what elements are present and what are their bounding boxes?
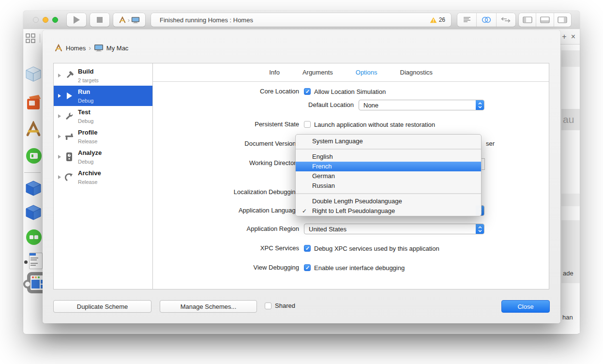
status-text: Finished running Homes : Homes xyxy=(151,16,430,24)
menu-item-german[interactable]: German xyxy=(296,171,481,181)
inspector-toggle-button[interactable] xyxy=(554,13,571,27)
editor-mode-buttons xyxy=(457,13,515,27)
background-fragment: au xyxy=(561,109,580,130)
tab-info[interactable]: Info xyxy=(269,69,280,76)
sidebar-item-subtitle: Release xyxy=(78,138,97,144)
xcode-window: › Finished running Homes : Homes 26 xyxy=(23,11,580,334)
disclosure-triangle-icon[interactable] xyxy=(58,114,61,118)
sidebar-item-profile[interactable]: Profile Release xyxy=(54,126,152,147)
xcode-app-icon xyxy=(119,16,126,24)
disclosure-triangle-icon[interactable] xyxy=(58,94,61,98)
allow-location-simulation-row: Allow Location Simulation xyxy=(304,88,386,95)
add-tab-button[interactable]: + xyxy=(562,32,566,41)
activity-status-bar: Finished running Homes : Homes 26 xyxy=(151,13,451,27)
enable-ui-debugging-checkbox[interactable] xyxy=(304,264,311,271)
standard-editor-button[interactable] xyxy=(457,13,477,27)
popup-value: None xyxy=(359,102,476,109)
scheme-editor-sheet: Homes › My Mac Build 2 targets xyxy=(43,30,560,323)
close-button[interactable]: Close xyxy=(501,300,550,313)
checkmark-icon: ✓ xyxy=(302,206,307,216)
sidebar-item-analyze[interactable]: Analyze Debug xyxy=(54,147,152,167)
inspector-panel-icon xyxy=(558,16,567,23)
stop-button[interactable] xyxy=(90,13,109,27)
mac-destination-icon xyxy=(131,16,140,24)
xpc-services-row: Debug XPC services used by this applicat… xyxy=(304,244,439,252)
mini-menu-icon xyxy=(29,253,43,269)
menu-item-double-length[interactable]: Double Length Pseudolanguage xyxy=(296,197,481,206)
sidebar-item-build[interactable]: Build 2 targets xyxy=(54,65,152,86)
sidebar-item-archive[interactable]: Archive Release xyxy=(54,167,152,187)
persistent-state-label: Persistent State xyxy=(153,121,299,128)
tab-arguments[interactable]: Arguments xyxy=(302,69,333,76)
sidebar-item-title: Build xyxy=(78,68,94,75)
warning-issues-badge[interactable]: 26 xyxy=(430,16,451,23)
persistent-state-row: Launch application without state restora… xyxy=(304,121,435,128)
traffic-zoom-button[interactable] xyxy=(52,17,58,23)
divider xyxy=(24,172,41,173)
scheme-selector[interactable]: › xyxy=(113,13,145,27)
xcode-toolbar: › Finished running Homes : Homes 26 xyxy=(23,11,580,30)
sidebar-item-subtitle: Debug xyxy=(78,159,93,165)
sidebar-item-title: Run xyxy=(78,88,90,95)
disclosure-triangle-icon[interactable] xyxy=(58,135,61,138)
default-location-label: Default Location xyxy=(153,101,354,109)
shared-checkbox[interactable] xyxy=(265,303,271,309)
sidebar-item-run[interactable]: Run Debug xyxy=(54,86,152,106)
duplicate-scheme-button[interactable]: Duplicate Scheme xyxy=(53,300,151,313)
xcode-a-icon xyxy=(25,121,42,139)
grid-view-icon[interactable] xyxy=(25,33,36,46)
menu-item-russian[interactable]: Russian xyxy=(296,181,481,191)
divider xyxy=(40,34,40,43)
warning-count: 26 xyxy=(439,16,445,23)
checkbox-label: Launch application without state restora… xyxy=(314,121,435,128)
debug-area-toggle-button[interactable] xyxy=(536,13,554,27)
scheme-name[interactable]: Homes xyxy=(66,45,86,52)
view-debugging-label: View Debugging xyxy=(153,264,299,272)
menu-item-system-language[interactable]: System Language xyxy=(296,136,481,146)
sidebar-item-title: Profile xyxy=(78,129,97,136)
close-tab-button[interactable]: × xyxy=(571,32,575,41)
state-restoration-checkbox[interactable] xyxy=(304,121,311,128)
framework-cube-icon xyxy=(25,66,42,84)
warning-triangle-icon xyxy=(430,17,437,23)
sidebar-item-subtitle: 2 targets xyxy=(78,77,99,83)
disclosure-triangle-icon[interactable] xyxy=(58,74,61,77)
sidebar-item-title: Test xyxy=(78,108,90,116)
archive-arrow-icon xyxy=(63,172,75,182)
shared-row: Shared xyxy=(265,302,295,309)
menu-item-french[interactable]: French xyxy=(296,162,481,171)
sidebar-item-subtitle: Release xyxy=(78,179,97,185)
manage-schemes-button[interactable]: Manage Schemes... xyxy=(160,300,257,313)
navigator-toggle-button[interactable] xyxy=(519,13,536,27)
background-fragment xyxy=(561,50,580,67)
menu-item-right-to-left[interactable]: ✓ Right to Left Pseudolanguage xyxy=(296,206,481,216)
run-button[interactable] xyxy=(67,13,86,27)
truncated-text: han xyxy=(562,314,573,321)
checkbox-label: Debug XPC services used by this applicat… xyxy=(314,245,439,252)
application-language-label: Application Language xyxy=(153,207,299,214)
tab-options[interactable]: Options xyxy=(356,69,377,76)
traffic-minimize-button[interactable] xyxy=(43,17,48,23)
blue-cube-icon xyxy=(25,204,42,223)
application-region-popup[interactable]: United States xyxy=(304,224,484,234)
mac-display-icon xyxy=(94,44,104,52)
version-editor-button[interactable] xyxy=(497,13,515,27)
sidebar-item-test[interactable]: Test Debug xyxy=(54,106,152,126)
tab-diagnostics[interactable]: Diagnostics xyxy=(400,69,433,76)
allow-location-simulation-checkbox[interactable] xyxy=(304,88,311,95)
disclosure-triangle-icon[interactable] xyxy=(58,155,61,159)
shared-label: Shared xyxy=(275,302,295,309)
working-directory-label: Working Directory xyxy=(153,159,299,167)
debug-xpc-checkbox[interactable] xyxy=(304,245,311,252)
assistant-editor-button[interactable] xyxy=(477,13,496,27)
background-tab-bar: + × xyxy=(558,29,580,45)
menu-item-english[interactable]: English xyxy=(296,152,481,162)
default-location-popup[interactable]: None xyxy=(359,100,484,110)
test-wrench-icon xyxy=(63,111,75,121)
disclosure-triangle-icon[interactable] xyxy=(58,175,61,179)
debug-panel-icon xyxy=(540,16,550,23)
destination-name[interactable]: My Mac xyxy=(106,45,129,52)
background-right-strip: + × au ade han xyxy=(558,29,580,333)
checkbox-label: Allow Location Simulation xyxy=(314,88,386,95)
traffic-close-button[interactable] xyxy=(33,17,39,23)
